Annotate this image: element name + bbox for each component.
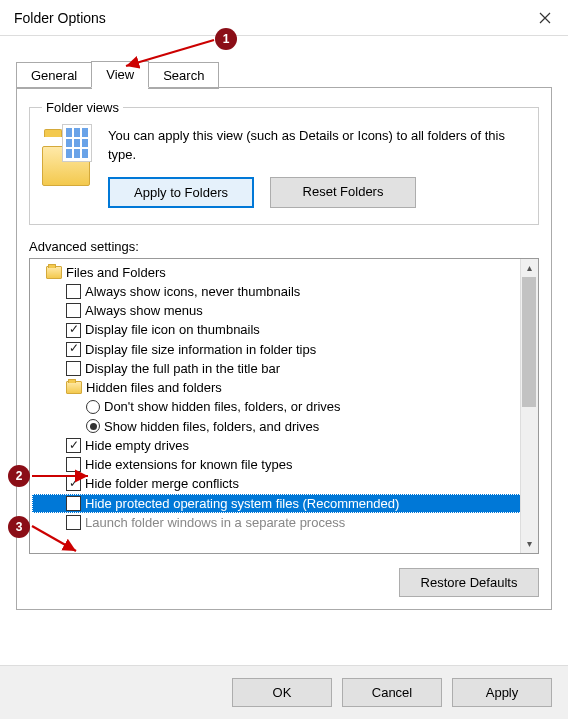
option-launch-separate-process[interactable]: Launch folder windows in a separate proc… (32, 513, 536, 532)
tree-group-hidden[interactable]: Hidden files and folders (32, 378, 536, 397)
window-title: Folder Options (14, 10, 106, 26)
scroll-up-icon[interactable]: ▴ (520, 259, 538, 277)
folder-views-text: You can apply this view (such as Details… (108, 127, 526, 165)
option-file-size-tips[interactable]: ✓ Display file size information in folde… (32, 340, 536, 359)
apply-button[interactable]: Apply (452, 678, 552, 707)
checkbox-icon[interactable] (66, 496, 81, 511)
option-hide-merge-conflicts[interactable]: ✓ Hide folder merge conflicts (32, 474, 536, 493)
close-button[interactable] (522, 0, 568, 36)
tab-strip: General View Search (16, 60, 552, 87)
option-show-hidden[interactable]: Show hidden files, folders, and drives (32, 417, 536, 436)
advanced-settings-label: Advanced settings: (29, 239, 539, 254)
folder-views-icon (42, 127, 96, 181)
folder-views-group: Folder views You can apply this view (su… (29, 100, 539, 225)
option-always-menus[interactable]: Always show menus (32, 301, 536, 320)
advanced-settings-list[interactable]: ▴ ▾ Files and Folders Always show icons,… (29, 258, 539, 554)
scrollbar[interactable]: ▴ ▾ (520, 259, 538, 553)
callout-1: 1 (215, 28, 237, 50)
option-hide-empty-drives[interactable]: ✓ Hide empty drives (32, 436, 536, 455)
reset-folders-button[interactable]: Reset Folders (270, 177, 416, 208)
option-file-icon-thumbnails[interactable]: ✓ Display file icon on thumbnails (32, 320, 536, 339)
folder-icon (46, 266, 62, 279)
checkbox-icon[interactable] (66, 361, 81, 376)
tab-panel-view: Folder views You can apply this view (su… (16, 87, 552, 610)
checkbox-checked-icon[interactable]: ✓ (66, 476, 81, 491)
apply-to-folders-button[interactable]: Apply to Folders (108, 177, 254, 208)
tab-general[interactable]: General (16, 62, 92, 89)
checkbox-icon[interactable] (66, 515, 81, 530)
scroll-down-icon[interactable]: ▾ (520, 535, 538, 553)
option-hide-protected-os-files[interactable]: Hide protected operating system files (R… (32, 494, 536, 513)
restore-defaults-button[interactable]: Restore Defaults (399, 568, 539, 597)
checkbox-checked-icon[interactable]: ✓ (66, 438, 81, 453)
titlebar: Folder Options (0, 0, 568, 36)
option-always-icons[interactable]: Always show icons, never thumbnails (32, 282, 536, 301)
radio-icon[interactable] (86, 400, 100, 414)
checkbox-checked-icon[interactable]: ✓ (66, 323, 81, 338)
ok-button[interactable]: OK (232, 678, 332, 707)
folder-views-legend: Folder views (42, 100, 123, 115)
tree-group-files-folders[interactable]: Files and Folders (32, 263, 536, 282)
radio-selected-icon[interactable] (86, 419, 100, 433)
callout-3: 3 (8, 516, 30, 538)
option-dont-show-hidden[interactable]: Don't show hidden files, folders, or dri… (32, 397, 536, 416)
tab-view[interactable]: View (91, 61, 149, 88)
checkbox-icon[interactable] (66, 457, 81, 472)
checkbox-checked-icon[interactable]: ✓ (66, 342, 81, 357)
checkbox-icon[interactable] (66, 284, 81, 299)
scroll-thumb[interactable] (522, 277, 536, 407)
tab-search[interactable]: Search (148, 62, 219, 89)
callout-2: 2 (8, 465, 30, 487)
option-hide-extensions[interactable]: Hide extensions for known file types (32, 455, 536, 474)
dialog-footer: OK Cancel Apply (0, 665, 568, 719)
option-full-path-title[interactable]: Display the full path in the title bar (32, 359, 536, 378)
close-icon (539, 12, 551, 24)
checkbox-icon[interactable] (66, 303, 81, 318)
cancel-button[interactable]: Cancel (342, 678, 442, 707)
folder-icon (66, 381, 82, 394)
